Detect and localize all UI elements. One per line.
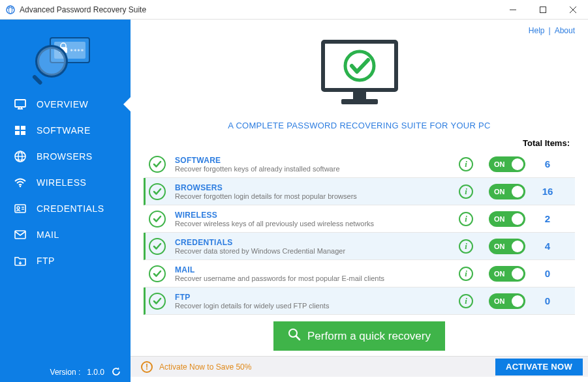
svg-rect-32 bbox=[341, 99, 378, 104]
total-items-label: Total Items: bbox=[131, 138, 588, 151]
svg-line-35 bbox=[296, 336, 300, 340]
category-count: 0 bbox=[525, 268, 570, 279]
category-row-mail[interactable]: MAILRecover username and passwords for m… bbox=[144, 260, 575, 287]
category-desc: Recover wireless keys of all previously … bbox=[175, 220, 443, 228]
nav-list: OVERVIEWSOFTWAREBROWSERSWIRELESSCREDENTI… bbox=[0, 91, 131, 362]
toggle-label: ON bbox=[494, 160, 505, 168]
help-link[interactable]: Help bbox=[529, 26, 545, 35]
toggle-switch[interactable]: ON bbox=[489, 211, 525, 227]
category-desc: Recover forgotten login details for most… bbox=[175, 192, 443, 200]
perform-recovery-button[interactable]: Perform a quick recovery bbox=[273, 321, 445, 351]
sidebar-item-mail[interactable]: MAIL bbox=[0, 222, 131, 248]
promo-link[interactable]: Activate Now to Save 50% bbox=[159, 362, 495, 372]
svg-point-1 bbox=[9, 6, 12, 14]
category-list: SOFTWARERecover forgotten keys of alread… bbox=[131, 151, 588, 315]
titlebar: Advanced Password Recovery Suite bbox=[0, 0, 588, 20]
toggle-switch[interactable]: ON bbox=[489, 266, 525, 282]
svg-rect-31 bbox=[353, 91, 366, 99]
refresh-icon[interactable] bbox=[111, 366, 121, 379]
close-button[interactable] bbox=[558, 0, 588, 20]
toggle-switch[interactable]: ON bbox=[489, 293, 525, 309]
sidebar-item-label: FTP bbox=[37, 256, 55, 266]
category-row-credentials[interactable]: CREDENTIALSRecover data stored by Window… bbox=[144, 233, 575, 260]
svg-rect-20 bbox=[21, 131, 25, 135]
sidebar-logo: **** bbox=[0, 20, 131, 91]
category-row-software[interactable]: SOFTWARERecover forgotten keys of alread… bbox=[144, 151, 575, 178]
sidebar-item-label: MAIL bbox=[37, 229, 59, 240]
info-icon[interactable]: i bbox=[459, 267, 473, 281]
check-icon bbox=[149, 265, 166, 282]
version-bar: Version : 1.0.0 bbox=[0, 362, 131, 382]
svg-rect-3 bbox=[540, 7, 546, 12]
category-text: CREDENTIALSRecover data stored by Window… bbox=[175, 238, 443, 255]
link-divider: | bbox=[549, 26, 551, 35]
window-title: Advanced Password Recovery Suite bbox=[20, 5, 498, 14]
svg-rect-19 bbox=[15, 131, 20, 135]
category-count: 4 bbox=[525, 241, 570, 252]
sidebar-item-browsers[interactable]: BROWSERS bbox=[0, 143, 131, 169]
info-icon[interactable]: i bbox=[459, 294, 473, 308]
id-icon bbox=[13, 201, 27, 216]
toggle-label: ON bbox=[494, 242, 505, 250]
sidebar-item-label: SOFTWARE bbox=[37, 125, 91, 136]
footer: ! Activate Now to Save 50% ACTIVATE NOW bbox=[131, 356, 588, 377]
category-count: 0 bbox=[525, 295, 570, 306]
about-link[interactable]: About bbox=[555, 26, 575, 35]
info-icon[interactable]: i bbox=[459, 157, 473, 171]
sidebar: **** OVERVIEWSOFTWAREBROWSERSWIRELESSCRE… bbox=[0, 20, 131, 382]
category-row-wireless[interactable]: WIRELESSRecover wireless keys of all pre… bbox=[144, 205, 575, 233]
check-icon bbox=[149, 156, 166, 173]
content: Help | About A COMPLETE PASSWORD RECOVER… bbox=[131, 20, 588, 382]
category-desc: Recover username and passwords for most … bbox=[175, 274, 443, 282]
minimize-button[interactable] bbox=[498, 0, 528, 20]
category-count: 2 bbox=[525, 213, 570, 224]
category-count: 16 bbox=[525, 186, 570, 197]
category-title: CREDENTIALS bbox=[175, 238, 443, 247]
toggle-switch[interactable]: ON bbox=[489, 239, 525, 254]
activate-now-button[interactable]: ACTIVATE NOW bbox=[495, 359, 583, 375]
sidebar-item-overview[interactable]: OVERVIEW bbox=[0, 91, 131, 117]
maximize-button[interactable] bbox=[528, 0, 558, 20]
toggle-label: ON bbox=[494, 297, 505, 305]
window-controls bbox=[498, 0, 588, 20]
svg-point-0 bbox=[7, 6, 14, 14]
svg-point-33 bbox=[345, 51, 374, 80]
category-text: SOFTWARERecover forgotten keys of alread… bbox=[175, 156, 443, 173]
svg-rect-18 bbox=[21, 126, 25, 130]
category-row-ftp[interactable]: FTPRecover login details for widely used… bbox=[144, 287, 575, 315]
perform-recovery-label: Perform a quick recovery bbox=[307, 330, 431, 343]
toggle-label: ON bbox=[494, 215, 505, 223]
check-icon bbox=[149, 238, 166, 255]
sidebar-item-software[interactable]: SOFTWARE bbox=[0, 117, 131, 143]
info-icon[interactable]: i bbox=[459, 184, 473, 199]
toggle-switch[interactable]: ON bbox=[489, 184, 525, 199]
sidebar-item-wireless[interactable]: WIRELESS bbox=[0, 169, 131, 196]
hero-monitor-icon bbox=[314, 38, 405, 111]
svg-point-26 bbox=[17, 207, 20, 209]
category-count: 6 bbox=[525, 158, 570, 169]
mail-icon bbox=[13, 228, 27, 242]
category-row-browsers[interactable]: BROWSERSRecover forgotten login details … bbox=[144, 178, 575, 205]
info-icon[interactable]: i bbox=[459, 239, 473, 254]
windows-icon bbox=[13, 123, 27, 138]
sidebar-item-credentials[interactable]: CREDENTIALS bbox=[0, 196, 131, 222]
svg-point-24 bbox=[20, 186, 22, 188]
warning-icon: ! bbox=[141, 361, 153, 373]
toggle-switch[interactable]: ON bbox=[489, 156, 525, 172]
hero: A COMPLETE PASSWORD RECOVERING SUITE FOR… bbox=[131, 38, 588, 138]
category-text: BROWSERSRecover forgotten login details … bbox=[175, 183, 443, 200]
check-icon bbox=[149, 211, 166, 228]
svg-point-11 bbox=[37, 47, 66, 76]
sidebar-item-label: OVERVIEW bbox=[37, 99, 88, 110]
toggle-label: ON bbox=[494, 270, 505, 278]
svg-text:****: **** bbox=[70, 48, 84, 55]
info-icon[interactable]: i bbox=[459, 212, 473, 226]
sidebar-item-ftp[interactable]: FTP bbox=[0, 248, 131, 274]
sidebar-item-label: CREDENTIALS bbox=[37, 203, 104, 214]
folder-icon bbox=[13, 254, 27, 268]
svg-rect-30 bbox=[323, 42, 396, 90]
svg-rect-13 bbox=[15, 100, 25, 107]
category-title: SOFTWARE bbox=[175, 156, 443, 165]
toggle-label: ON bbox=[494, 188, 505, 196]
wifi-icon bbox=[13, 175, 27, 190]
